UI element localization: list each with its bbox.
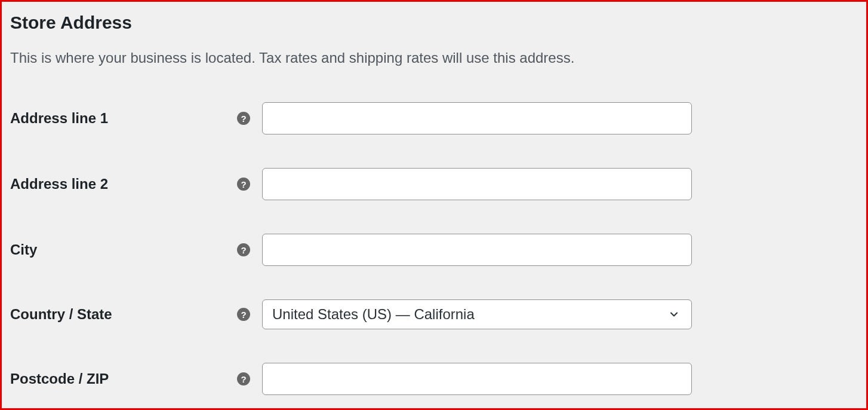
city-input[interactable] <box>262 234 692 266</box>
address-line-2-input[interactable] <box>262 168 692 200</box>
help-icon[interactable]: ? <box>237 243 250 256</box>
row-country-state: Country / State ? United States (US) — C… <box>10 299 858 329</box>
label-address-line-1: Address line 1 <box>10 110 108 126</box>
country-state-selected-value: United States (US) — California <box>272 306 475 323</box>
help-icon[interactable]: ? <box>237 178 250 191</box>
help-icon[interactable]: ? <box>237 308 250 321</box>
row-address-line-1: Address line 1 ? <box>10 102 858 134</box>
help-icon[interactable]: ? <box>237 112 250 125</box>
section-description: This is where your business is located. … <box>10 50 858 66</box>
row-postcode: Postcode / ZIP ? <box>10 363 858 395</box>
label-country-state: Country / State <box>10 306 112 322</box>
postcode-input[interactable] <box>262 363 692 395</box>
label-postcode: Postcode / ZIP <box>10 371 109 387</box>
section-heading: Store Address <box>10 13 858 33</box>
row-city: City ? <box>10 234 858 266</box>
row-address-line-2: Address line 2 ? <box>10 168 858 200</box>
address-line-1-input[interactable] <box>262 102 692 134</box>
label-city: City <box>10 241 37 258</box>
help-icon[interactable]: ? <box>237 372 250 385</box>
store-address-panel: Store Address This is where your busines… <box>0 0 868 410</box>
country-state-select[interactable]: United States (US) — California <box>262 299 692 329</box>
label-address-line-2: Address line 2 <box>10 176 108 192</box>
